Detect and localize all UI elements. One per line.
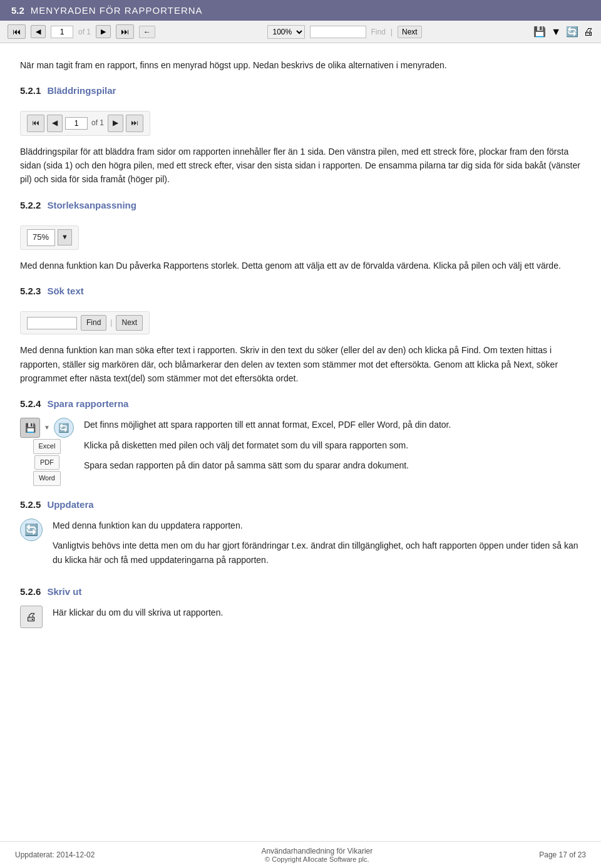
back-button[interactable]: ← [139, 26, 155, 38]
section-526-heading: 5.2.6 Skriv ut [20, 584, 581, 599]
footer-updated: Uppdaterat: 2014-12-02 [15, 850, 95, 859]
disk-icon: 💾 [20, 418, 40, 438]
mockup-nav-prev: ◀ [47, 115, 63, 132]
section-525-num: 5.2.5 [20, 497, 41, 512]
save-text: Det finns möjlighet att spara rapporten … [84, 418, 581, 478]
section-525-heading: 5.2.5 Uppdatera [20, 497, 581, 512]
toolbar-pipe: | [391, 28, 393, 36]
nav-first-button[interactable] [8, 24, 26, 39]
page-of-label: of 1 [78, 28, 91, 36]
nav-mockup: ⏮ ◀ of 1 ▶ ⏭ [20, 111, 150, 135]
mockup-nav-last: ⏭ [126, 115, 143, 132]
mockup-next-label: Next [116, 315, 143, 331]
section-524-p3: Spara sedan rapporten på din dator på sa… [84, 458, 581, 472]
mockup-search-input [27, 317, 77, 329]
save-section: 💾 ▼ 🔄 Excel PDF Word Det finns möjlighet… [20, 418, 581, 486]
print-icon: 🖨 [20, 606, 43, 628]
find-label: Find [371, 28, 386, 36]
section-526-num: 5.2.6 [20, 584, 41, 599]
section-524-p2: Klicka på disketten med pilen och välj d… [84, 438, 581, 452]
section-522-p1: Med denna funktion kan Du påverka Rappor… [20, 259, 581, 272]
zoom-mockup: 75% ▼ [20, 225, 79, 250]
section-526-p1: Här klickar du om du vill skriva ut rapp… [53, 606, 581, 619]
section-525-title: Uppdatera [47, 497, 93, 512]
refresh-button[interactable]: 🔄 [566, 26, 578, 38]
mockup-page-of: of 1 [91, 117, 104, 129]
search-mockup: Find | Next [20, 311, 150, 334]
footer-manual: Användarhandledning för Vikarier [261, 847, 372, 855]
section-521-heading: 5.2.1 Bläddringspilar [20, 83, 581, 98]
save-icons: 💾 ▼ 🔄 Excel PDF Word [20, 418, 74, 486]
mockup-dropdown-arrow: ▼ [58, 229, 72, 245]
mockup-nav-first: ⏮ [27, 115, 44, 132]
nav-last-button[interactable] [116, 24, 134, 39]
save-refresh-icon: 🔄 [54, 418, 74, 438]
uppdatera-text: Med denna funktion kan du uppdatera rapp… [53, 519, 581, 573]
intro-paragraph-1: När man tagit fram en rapport, finns en … [20, 58, 581, 72]
excel-button: Excel [33, 439, 61, 454]
section-number: 5.2 [11, 5, 24, 16]
save-icon-button[interactable]: 💾 [533, 26, 546, 38]
search-input[interactable] [310, 26, 366, 38]
mockup-find-label: Find [81, 315, 106, 331]
section-521-num: 5.2.1 [20, 83, 41, 98]
section-522-heading: 5.2.2 Storleksanpassning [20, 198, 581, 213]
skrivut-section: 🖨 Här klickar du om du vill skriva ut ra… [20, 606, 581, 628]
uppdatera-icon: 🔄 [20, 519, 43, 541]
print-button[interactable]: 🖨 [583, 26, 593, 38]
mockup-pipe: | [110, 317, 112, 329]
mockup-nav-next: ▶ [108, 115, 123, 132]
pdf-button: PDF [34, 455, 59, 470]
nav-prev-button[interactable] [31, 25, 46, 38]
page-number-input[interactable] [51, 26, 73, 38]
section-524-p1: Det finns möjlighet att spara rapporten … [84, 418, 581, 431]
mockup-zoom-value: 75% [27, 229, 55, 246]
section-523-heading: 5.2.3 Sök text [20, 284, 581, 299]
toolbar: of 1 ← 100% 75% 50% 150% Find | Next 💾 ▼… [0, 21, 601, 43]
page-footer: Uppdaterat: 2014-12-02 Användarhandledni… [0, 841, 601, 868]
section-525-p2: Vanligtvis behövs inte detta men om du h… [53, 539, 581, 567]
section-526-title: Skriv ut [47, 584, 81, 599]
zoom-select[interactable]: 100% 75% 50% 150% [267, 25, 305, 39]
page-header: 5.2 Menyraden för rapporterna [0, 0, 601, 21]
uppdatera-section: 🔄 Med denna funktion kan du uppdatera ra… [20, 519, 581, 573]
section-521-p1: Bläddringspilar för att bläddra fram sid… [20, 145, 581, 187]
dropdown-indicator: ▼ [44, 423, 50, 433]
section-523-p1: Med denna funktion kan man söka efter te… [20, 343, 581, 385]
footer-copyright: © Copyright Allocate Software plc. [261, 855, 372, 863]
section-523-num: 5.2.3 [20, 284, 41, 299]
section-title: Menyraden för rapporterna [31, 5, 203, 16]
section-524-heading: 5.2.4 Spara rapporterna [20, 396, 581, 411]
section-522-num: 5.2.2 [20, 198, 41, 213]
section-524-num: 5.2.4 [20, 396, 41, 411]
word-button: Word [33, 471, 61, 486]
save-icon-row: 💾 ▼ 🔄 [20, 418, 74, 438]
main-content: När man tagit fram en rapport, finns en … [0, 43, 601, 841]
dropdown-arrow-button[interactable]: ▼ [551, 26, 561, 38]
section-522-title: Storleksanpassning [47, 198, 136, 213]
section-524-title: Spara rapporterna [47, 396, 128, 411]
footer-center: Användarhandledning för Vikarier © Copyr… [261, 847, 372, 863]
section-521-title: Bläddringspilar [47, 83, 116, 98]
nav-next-button[interactable] [96, 25, 111, 38]
section-525-p1: Med denna funktion kan du uppdatera rapp… [53, 519, 581, 532]
footer-page: Page 17 of 23 [539, 850, 586, 859]
next-button[interactable]: Next [398, 26, 422, 38]
mockup-page-input [65, 117, 88, 130]
section-523-title: Sök text [47, 284, 83, 299]
skrivut-text: Här klickar du om du vill skriva ut rapp… [53, 606, 581, 626]
